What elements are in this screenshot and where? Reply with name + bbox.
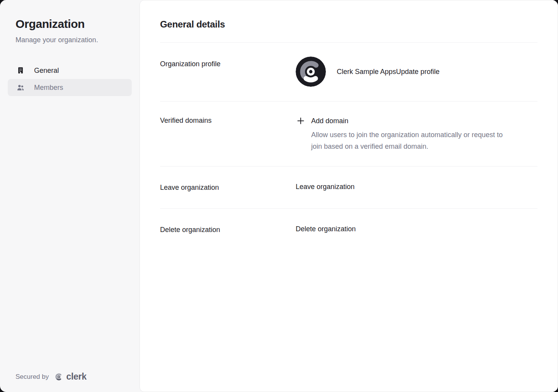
building-icon — [16, 66, 25, 75]
clerk-wordmark: clerk — [66, 371, 86, 382]
general-details-panel: General details Organization profile Cle… — [140, 0, 558, 392]
clerk-logo[interactable]: clerk — [54, 371, 86, 382]
verified-domains-content: Add domain Allow users to join the organ… — [296, 116, 537, 152]
row-label: Leave organization — [160, 183, 296, 192]
secured-by-footer: Secured by clerk — [16, 371, 86, 382]
row-label: Delete organization — [160, 225, 296, 234]
sidebar-item-members[interactable]: Members — [8, 79, 132, 96]
organization-profile-card: Organization Manage your organization. G… — [0, 0, 558, 392]
row-label: Organization profile — [160, 59, 296, 87]
leave-organization-button[interactable]: Leave organization — [296, 183, 355, 191]
organization-profile-content: Clerk Sample Apps Update profile — [296, 57, 537, 87]
sidebar-subtitle: Manage your organization. — [16, 35, 124, 45]
organization-name: Clerk Sample Apps — [337, 68, 396, 76]
page-background: Organization Manage your organization. G… — [0, 0, 558, 392]
delete-organization-content: Delete organization — [296, 225, 537, 234]
clerk-logomark-icon — [54, 372, 64, 382]
delete-organization-row: Delete organization Delete organization — [160, 208, 537, 258]
sidebar-title: Organization — [16, 17, 124, 31]
secured-by-text: Secured by — [16, 373, 49, 381]
organization-profile-row: Organization profile Clerk Sample Apps U… — [160, 42, 537, 101]
plus-icon — [296, 116, 306, 126]
add-domain-description: Allow users to join the organization aut… — [311, 129, 507, 152]
sidebar-item-general[interactable]: General — [8, 62, 132, 79]
sidebar: Organization Manage your organization. G… — [0, 0, 140, 392]
delete-organization-button[interactable]: Delete organization — [296, 225, 356, 233]
add-domain-button[interactable]: Add domain — [296, 116, 348, 126]
leave-organization-content: Leave organization — [296, 183, 537, 192]
row-label: Verified domains — [160, 116, 296, 152]
sidebar-nav: General Members — [8, 62, 132, 96]
page-title: General details — [160, 0, 537, 42]
organization-avatar — [296, 57, 326, 87]
add-domain-label: Add domain — [311, 117, 348, 125]
members-icon — [16, 83, 25, 92]
sidebar-item-label: Members — [34, 84, 63, 92]
update-profile-button[interactable]: Update profile — [396, 68, 447, 76]
leave-organization-row: Leave organization Leave organization — [160, 166, 537, 208]
verified-domains-row: Verified domains Add domain Allow users … — [160, 101, 537, 166]
sidebar-item-label: General — [34, 67, 59, 75]
